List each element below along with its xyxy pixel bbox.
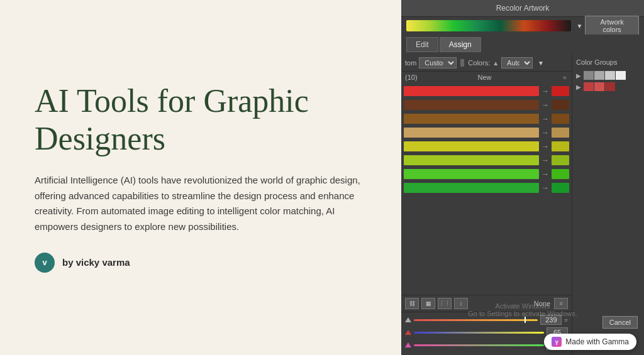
swatch: [605, 71, 615, 80]
colors-label: Colors:: [468, 59, 490, 67]
scatter-icon[interactable]: ⋮⋮: [438, 298, 452, 309]
artwork-colors-button[interactable]: Artwork colors: [585, 16, 639, 36]
color-rows-container[interactable]: → → → →: [401, 83, 572, 295]
color-bar-new: [552, 100, 569, 110]
color-swatch-group: [584, 82, 615, 91]
gamma-badge[interactable]: γ Made with Gamma: [544, 334, 636, 350]
arrow-icon: →: [541, 87, 550, 96]
color-row: →: [401, 167, 572, 181]
dialog-title: Recolor Artwork: [401, 0, 644, 17]
custom-dropdown[interactable]: Custom: [419, 57, 457, 68]
color-bar-main: [404, 114, 539, 124]
recolor-body: tom Custom Colors: ▲ Auto ▼ (10) New ≡: [401, 55, 644, 355]
tab-edit[interactable]: Edit: [406, 37, 438, 52]
toolbar-row: tom Custom Colors: ▲ Auto ▼: [401, 55, 572, 72]
color-bar-main: [404, 141, 539, 151]
swatch: [605, 82, 615, 91]
color-row: →: [401, 126, 572, 139]
right-panel: Recolor Artwork ▼ Artwork colors Edit As…: [401, 0, 644, 355]
color-groups-side: Color Groups ▶ ▶: [572, 55, 644, 355]
arrow-icon: →: [541, 183, 550, 193]
swatch: [616, 71, 626, 80]
color-swatch-group: [584, 71, 626, 80]
custom-label: tom: [405, 59, 416, 67]
slider1-options[interactable]: ≡: [564, 317, 568, 324]
link-icon[interactable]: ⛓: [405, 298, 419, 309]
color-bar-new: [552, 183, 569, 193]
color-bar-main: [404, 100, 539, 110]
color-bar-main: [404, 128, 539, 138]
color-row: →: [401, 153, 572, 167]
slider-triangle-3: [405, 342, 411, 347]
color-bar-main: [404, 169, 539, 179]
slider-track-2[interactable]: [414, 332, 544, 334]
slider-triangle-1: [405, 317, 411, 322]
color-bar-new: [552, 141, 569, 151]
color-row: →: [401, 139, 572, 153]
left-panel: AI Tools for Graphic Designers Artificia…: [0, 0, 401, 355]
colors-dropdown-arrow[interactable]: ▼: [538, 60, 544, 67]
colors-stepper-up[interactable]: ▲: [492, 60, 499, 67]
gradient-strip: [406, 20, 571, 31]
arrow-icon: →: [541, 114, 550, 124]
page-title: AI Tools for Graphic Designers: [35, 82, 367, 158]
description-text: Artificial Intelligence (AI) tools have …: [35, 173, 362, 235]
color-row: →: [401, 84, 572, 98]
color-list-area: tom Custom Colors: ▲ Auto ▼ (10) New ≡: [401, 55, 572, 355]
slider-row-3: [405, 340, 568, 350]
slider-track-1[interactable]: [414, 319, 538, 321]
cg-arrow: ▶: [576, 84, 581, 90]
count-label: (10): [405, 74, 418, 81]
arrow-icon: →: [541, 128, 550, 138]
arrow-icon: →: [541, 101, 550, 110]
slider-value-1[interactable]: [540, 315, 562, 325]
color-bar-main: [404, 86, 539, 96]
cg-arrow: ▶: [576, 72, 581, 79]
color-bar-main: [404, 155, 539, 165]
color-bar-new: [552, 155, 569, 165]
bottom-toolbar: ⛓ ▦ ⋮⋮ ↕ None ≡: [401, 295, 572, 312]
sliders-area: ≡: [401, 312, 572, 355]
color-groups-label: Color Groups: [576, 58, 640, 66]
color-bar-new: [552, 114, 569, 124]
tab-row: Edit Assign: [401, 35, 644, 55]
gamma-label: Made with Gamma: [565, 337, 629, 346]
swatch: [584, 71, 594, 80]
color-gradient-section: ▼ Artwork colors: [401, 17, 644, 35]
color-group-item[interactable]: ▶: [576, 82, 640, 91]
slider-triangle-2: [405, 330, 411, 335]
color-bar-new: [552, 169, 569, 179]
colors-dropdown[interactable]: Auto: [501, 57, 533, 68]
options-icon[interactable]: ≡: [554, 298, 568, 309]
swatch: [584, 82, 594, 91]
new-label: New: [477, 74, 491, 81]
color-bar-new: [552, 128, 569, 138]
tab-assign[interactable]: Assign: [440, 37, 481, 52]
swatch: [594, 71, 604, 80]
arrow-icon: →: [541, 170, 550, 179]
none-label: None: [534, 300, 552, 307]
arrow-icon: →: [541, 156, 550, 165]
author-row: v by vicky varma: [35, 253, 367, 273]
gradient-dropdown-arrow[interactable]: ▼: [576, 23, 582, 30]
color-group-item[interactable]: ▶: [576, 71, 640, 80]
avatar: v: [35, 253, 55, 273]
slider-track-3[interactable]: [414, 344, 544, 346]
count-row: (10) New ≡: [401, 72, 572, 83]
slider-row-2: [405, 327, 568, 337]
color-row: →: [401, 98, 572, 112]
slider-row-1: ≡: [405, 315, 568, 325]
color-row: →: [401, 181, 572, 195]
cancel-button[interactable]: Cancel: [602, 316, 638, 329]
sort-icon[interactable]: ↕: [454, 298, 468, 309]
color-row: →: [401, 112, 572, 126]
color-bar-new: [552, 86, 569, 96]
arrow-icon: →: [541, 142, 550, 151]
gamma-logo-icon: γ: [552, 337, 562, 347]
grid-icon[interactable]: ▦: [421, 298, 435, 309]
swatch: [594, 82, 604, 91]
list-options-icon[interactable]: ≡: [563, 74, 567, 81]
color-bar-main: [404, 183, 539, 193]
author-name: by vicky varma: [62, 257, 130, 268]
